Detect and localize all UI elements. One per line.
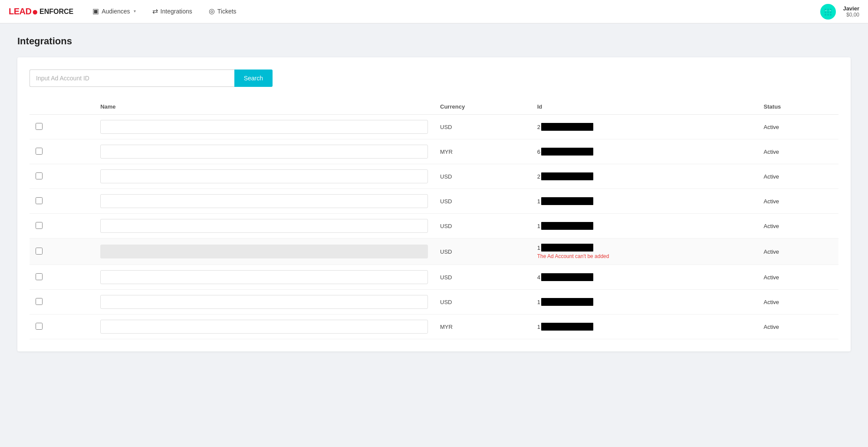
nav-integrations[interactable]: ⇄ Integrations [146, 0, 198, 23]
table-cell-status: Active [758, 238, 838, 265]
table-cell-currency: USD [434, 164, 531, 189]
id-redacted-bar [541, 123, 593, 131]
table-cell-name [94, 290, 434, 315]
page-content: Integrations Search Name Currency Id Sta… [0, 23, 868, 364]
id-prefix: 1 [537, 324, 540, 330]
row-checkbox[interactable] [36, 323, 43, 330]
integrations-card: Search Name Currency Id Status USD2Activ… [17, 57, 851, 351]
row-checkbox[interactable] [36, 148, 43, 155]
nav-tickets[interactable]: ◎ Tickets [203, 0, 243, 23]
nav-audiences[interactable]: ▣ Audiences ▾ [86, 0, 141, 23]
name-input[interactable] [100, 320, 428, 334]
id-redacted-bar [541, 244, 593, 252]
table-cell-currency: MYR [434, 315, 531, 339]
table-cell-name [94, 238, 434, 265]
avatar [820, 4, 836, 20]
table-header: Name Currency Id Status [30, 99, 838, 115]
row-checkbox[interactable] [36, 273, 43, 280]
row-checkbox[interactable] [36, 222, 43, 229]
row-checkbox[interactable] [36, 298, 43, 305]
table-row: USD1Active [30, 214, 838, 238]
id-redacted-bar [541, 323, 593, 331]
page-title: Integrations [17, 36, 851, 47]
search-input[interactable] [30, 70, 234, 87]
table-cell-id: 6 [531, 139, 758, 164]
table-row: USD1Active [30, 290, 838, 315]
table-cell-currency: USD [434, 115, 531, 139]
tickets-icon: ◎ [209, 7, 215, 15]
table-cell-id: 1 [531, 189, 758, 214]
table-row: USD2Active [30, 115, 838, 139]
table-cell-name [94, 315, 434, 339]
svg-rect-10 [830, 14, 832, 16]
id-prefix: 1 [537, 198, 540, 205]
name-input[interactable] [100, 219, 428, 233]
search-button[interactable]: Search [234, 70, 273, 87]
table-cell-name [94, 164, 434, 189]
col-header-checkbox [30, 99, 94, 115]
table-cell-name [94, 214, 434, 238]
table-cell-checkbox [30, 164, 94, 189]
row-checkbox[interactable] [36, 123, 43, 130]
table-cell-checkbox [30, 115, 94, 139]
id-redacted-bar [541, 298, 593, 306]
row-checkbox[interactable] [36, 248, 43, 255]
id-prefix: 1 [537, 299, 540, 305]
id-prefix: 1 [537, 245, 540, 251]
name-input[interactable] [100, 270, 428, 284]
navbar-right: Javier $0,00 [820, 4, 859, 20]
table-cell-checkbox [30, 139, 94, 164]
row-checkbox[interactable] [36, 172, 43, 179]
name-input[interactable] [100, 169, 428, 183]
table-cell-status: Active [758, 164, 838, 189]
table-row: USD2Active [30, 164, 838, 189]
table-cell-status: Active [758, 189, 838, 214]
table-cell-id: 2 [531, 164, 758, 189]
id-prefix: 2 [537, 124, 540, 130]
svg-rect-5 [827, 9, 829, 10]
col-header-name: Name [94, 99, 434, 115]
table-cell-currency: USD [434, 265, 531, 290]
col-header-status: Status [758, 99, 838, 115]
table-cell-name [94, 265, 434, 290]
table-cell-currency: USD [434, 290, 531, 315]
table-cell-id: 1 [531, 315, 758, 339]
svg-rect-9 [825, 14, 826, 16]
table-cell-status: Active [758, 115, 838, 139]
table-row: MYR1Active [30, 315, 838, 339]
audiences-icon: ▣ [92, 7, 99, 15]
svg-rect-8 [827, 11, 829, 13]
table-cell-checkbox [30, 290, 94, 315]
row-checkbox[interactable] [36, 197, 43, 204]
id-prefix: 2 [537, 173, 540, 180]
integrations-icon: ⇄ [152, 7, 158, 15]
table-cell-id: 4 [531, 265, 758, 290]
logo-lead: LEAD [9, 7, 31, 17]
name-input[interactable] [100, 295, 428, 309]
table-row: MYR6Active [30, 139, 838, 164]
table-cell-status: Active [758, 265, 838, 290]
logo[interactable]: LEAD ● ENFORCE [9, 7, 73, 17]
table-container: Name Currency Id Status USD2ActiveMYR6Ac… [30, 99, 838, 339]
nav-audiences-label: Audiences [102, 8, 130, 15]
col-header-currency: Currency [434, 99, 531, 115]
table-cell-currency: USD [434, 214, 531, 238]
table-cell-name [94, 189, 434, 214]
table-cell-id: 1The Ad Account can't be added [531, 238, 758, 265]
name-input[interactable] [100, 120, 428, 134]
table-cell-currency: USD [434, 238, 531, 265]
table-cell-name [94, 139, 434, 164]
id-prefix: 6 [537, 149, 540, 155]
id-redacted-bar [541, 172, 593, 180]
name-input[interactable] [100, 145, 428, 159]
name-input[interactable] [100, 245, 428, 258]
table-cell-name [94, 115, 434, 139]
name-input[interactable] [100, 194, 428, 208]
id-redacted-bar [541, 148, 593, 156]
integrations-table: Name Currency Id Status USD2ActiveMYR6Ac… [30, 99, 838, 339]
chevron-down-icon: ▾ [134, 9, 136, 13]
table-cell-status: Active [758, 214, 838, 238]
table-cell-checkbox [30, 265, 94, 290]
svg-rect-11 [827, 14, 829, 16]
table-cell-currency: MYR [434, 139, 531, 164]
